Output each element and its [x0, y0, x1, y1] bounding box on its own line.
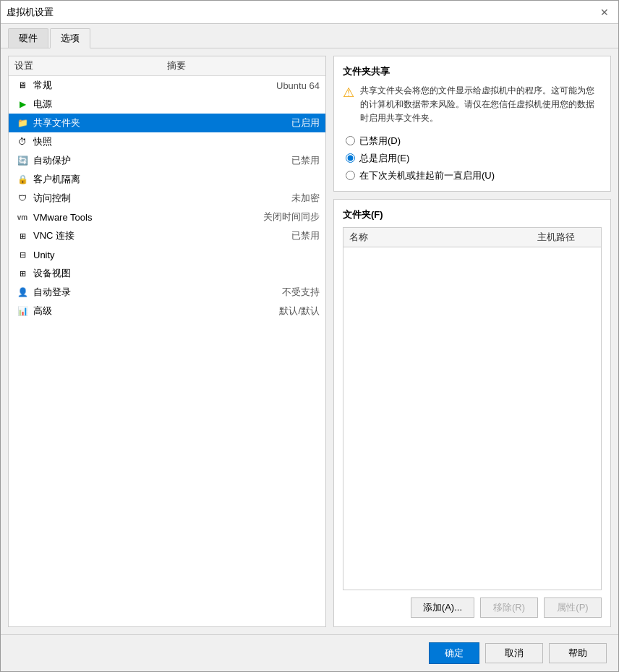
folder-table-header: 名称 主机路径	[343, 228, 601, 247]
unity-icon: ⊟	[14, 248, 30, 261]
sidebar-item-advanced[interactable]: 📊 高级 默认/默认	[9, 302, 325, 320]
radio-disabled[interactable]: 已禁用(D)	[346, 135, 602, 148]
isolation-icon: 🔒	[14, 173, 30, 186]
folder-table: 名称 主机路径	[343, 227, 602, 590]
radio-always-on[interactable]: 总是启用(E)	[346, 152, 602, 165]
tab-options[interactable]: 选项	[50, 28, 90, 48]
table-header: 设置 摘要	[9, 56, 325, 76]
remove-button[interactable]: 移除(R)	[480, 597, 538, 618]
device-view-icon: ⊞	[14, 267, 30, 280]
bottom-bar: 确定 取消 帮助	[1, 634, 618, 671]
col-host-path: 主机路径	[537, 231, 575, 244]
content-area: 设置 摘要 🖥 常规 Ubuntu 64 ▶ 电源 📁 共享文件夹 已启用	[1, 48, 618, 634]
sidebar-item-snapshot[interactable]: ⏱ 快照	[9, 132, 325, 151]
radio-group: 已禁用(D) 总是启用(E) 在下次关机或挂起前一直启用(U)	[343, 135, 602, 182]
sidebar-item-access-control[interactable]: 🛡 访问控制 未加密	[9, 189, 325, 208]
sidebar-item-auto-login[interactable]: 👤 自动登录 不受支持	[9, 283, 325, 302]
col-name: 名称	[349, 231, 479, 244]
add-button[interactable]: 添加(A)...	[411, 597, 474, 618]
normal-icon: 🖥	[14, 79, 30, 92]
warning-row: ⚠ 共享文件夹会将您的文件显示给虚拟机中的程序。这可能为您的计算机和数据带来风险…	[343, 84, 602, 126]
radio-always-on-input[interactable]	[346, 153, 355, 163]
folder-box-title: 文件夹(F)	[343, 208, 602, 221]
ok-button[interactable]: 确定	[429, 642, 479, 664]
radio-disabled-input[interactable]	[346, 136, 355, 145]
snapshot-icon: ⏱	[14, 135, 30, 148]
shared-folder-icon: 📁	[14, 116, 30, 129]
warning-text: 共享文件夹会将您的文件显示给虚拟机中的程序。这可能为您的计算机和数据带来风险。请…	[360, 84, 602, 126]
col-settings: 设置	[14, 59, 167, 72]
sidebar-item-isolation[interactable]: 🔒 客户机隔离	[9, 170, 325, 189]
radio-always-on-label: 总是启用(E)	[359, 152, 409, 165]
sidebar-item-device-view[interactable]: ⊞ 设备视图	[9, 264, 325, 283]
folder-buttons: 添加(A)... 移除(R) 属性(P)	[343, 597, 602, 618]
radio-until-off[interactable]: 在下次关机或挂起前一直启用(U)	[346, 169, 602, 182]
title-bar: 虚拟机设置 ✕	[1, 1, 618, 24]
window-title: 虚拟机设置	[7, 6, 54, 19]
auto-protect-icon: 🔄	[14, 154, 30, 167]
main-window: 虚拟机设置 ✕ 硬件 选项 设置 摘要 🖥 常规 Ubuntu 64	[0, 0, 619, 672]
left-panel: 设置 摘要 🖥 常规 Ubuntu 64 ▶ 电源 📁 共享文件夹 已启用	[8, 56, 326, 627]
info-box-title: 文件夹共享	[343, 65, 602, 78]
radio-until-off-label: 在下次关机或挂起前一直启用(U)	[359, 169, 495, 182]
right-panel: 文件夹共享 ⚠ 共享文件夹会将您的文件显示给虚拟机中的程序。这可能为您的计算机和…	[333, 56, 611, 627]
tab-hardware[interactable]: 硬件	[8, 28, 48, 48]
sidebar-item-power[interactable]: ▶ 电源	[9, 95, 325, 114]
folder-table-body	[343, 247, 601, 590]
auto-login-icon: 👤	[14, 286, 30, 299]
cancel-button[interactable]: 取消	[485, 643, 543, 663]
sidebar-item-shared-folder[interactable]: 📁 共享文件夹 已启用	[9, 114, 325, 132]
sidebar-item-vnc[interactable]: ⊞ VNC 连接 已禁用	[9, 226, 325, 245]
access-control-icon: 🛡	[14, 192, 30, 205]
sidebar-item-auto-protect[interactable]: 🔄 自动保护 已禁用	[9, 151, 325, 170]
power-icon: ▶	[14, 98, 30, 111]
advanced-icon: 📊	[14, 305, 30, 318]
radio-disabled-label: 已禁用(D)	[359, 135, 401, 148]
sidebar-item-unity[interactable]: ⊟ Unity	[9, 245, 325, 264]
close-button[interactable]: ✕	[597, 4, 612, 20]
warning-icon: ⚠	[343, 85, 354, 101]
radio-until-off-input[interactable]	[346, 171, 355, 180]
help-button[interactable]: 帮助	[549, 643, 607, 663]
vnc-icon: ⊞	[14, 229, 30, 242]
folder-box: 文件夹(F) 名称 主机路径 添加(A)... 移除(R) 属性(P)	[333, 199, 611, 627]
sidebar-item-normal[interactable]: 🖥 常规 Ubuntu 64	[9, 76, 325, 95]
vmware-tools-icon: vm	[14, 210, 30, 224]
shared-folder-info-box: 文件夹共享 ⚠ 共享文件夹会将您的文件显示给虚拟机中的程序。这可能为您的计算机和…	[333, 56, 611, 192]
sidebar-item-vmware-tools[interactable]: vm VMware Tools 关闭时间同步	[9, 208, 325, 226]
tab-bar: 硬件 选项	[1, 24, 618, 48]
col-summary: 摘要	[167, 59, 186, 72]
properties-button[interactable]: 属性(P)	[544, 597, 602, 618]
